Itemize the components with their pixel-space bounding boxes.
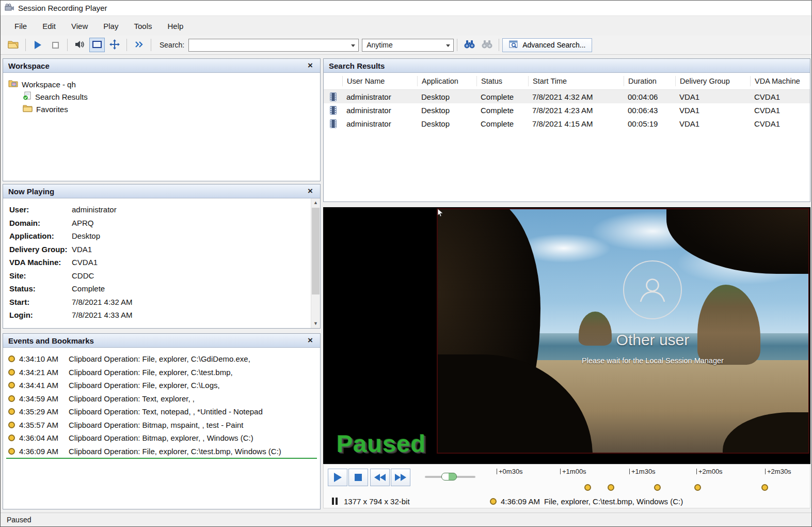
audio-button[interactable] [72, 38, 87, 52]
menu-file[interactable]: File [7, 18, 35, 34]
close-icon[interactable]: × [306, 187, 315, 196]
speed-slider[interactable] [425, 476, 475, 478]
fit-screen-button[interactable] [89, 38, 105, 52]
search-results-table: User Name Application Status Start Time … [324, 73, 810, 202]
now-playing-panel: Now Playing × User:administrator Domain:… [3, 184, 321, 329]
slider-thumb[interactable] [441, 473, 457, 481]
column-header[interactable]: Duration [624, 76, 675, 86]
current-event-text: File, explorer, C:\test.bmp, Windows (C:… [544, 497, 683, 506]
table-row[interactable]: administrator Desktop Complete 7/8/2021 … [324, 103, 810, 117]
titlebar: Session Recording Player [1, 1, 811, 16]
playback-status-row: 1377 x 794 x 32-bit 4:36:09 AM File, exp… [324, 494, 810, 508]
play-icon [35, 41, 41, 49]
chevron-down-icon[interactable] [446, 44, 450, 47]
timeline-tick[interactable]: +2m00s [696, 468, 723, 475]
event-dot-icon [8, 395, 15, 402]
move-icon [109, 39, 120, 51]
event-item[interactable]: 4:35:29 AMClipboard Operation: Text, not… [3, 405, 320, 419]
binoculars-disabled-icon [481, 40, 493, 50]
tree-item-workspace-root[interactable]: Workspace - qh [8, 78, 320, 90]
workspace-folder-icon [8, 80, 18, 89]
play-button[interactable] [30, 38, 45, 52]
now-playing-row: Application:Desktop [3, 229, 320, 243]
scroll-down-icon[interactable]: ▼ [311, 319, 320, 328]
column-header[interactable]: User Name [342, 76, 417, 86]
timeline-label: +2m00s [698, 468, 723, 475]
find-button[interactable] [461, 38, 477, 52]
column-header[interactable]: Status [476, 76, 528, 86]
field-value: CVDA1 [72, 258, 98, 267]
scrollbar-thumb[interactable] [312, 208, 320, 295]
timeline-event-dot[interactable] [761, 484, 768, 491]
close-icon[interactable]: × [306, 61, 315, 70]
event-item[interactable]: 4:34:21 AMClipboard Operation: File, exp… [3, 366, 320, 379]
timeline-label: +2m30s [767, 468, 791, 475]
event-text: Clipboard Operation: File, explorer, C:\… [69, 368, 233, 377]
field-label: Application: [3, 231, 72, 240]
tree-item-search-results[interactable]: Search Results [8, 90, 320, 103]
event-item[interactable]: 4:34:10 AMClipboard Operation: File, exp… [3, 352, 320, 366]
timeline-event-dot[interactable] [654, 484, 661, 491]
player-rewind-button[interactable] [370, 469, 390, 486]
fast-forward-icon [395, 474, 406, 481]
stop-button[interactable] [47, 38, 63, 52]
now-playing-panel-header: Now Playing × [3, 184, 320, 198]
player-stop-button[interactable] [348, 469, 368, 486]
event-item[interactable]: 4:36:04 AMClipboard Operation: Bitmap, e… [3, 431, 320, 445]
timeline-tick[interactable]: +0m30s [497, 468, 523, 475]
timeline-event-dot[interactable] [584, 484, 591, 491]
table-row[interactable]: administrator Desktop Complete 7/8/2021 … [324, 90, 810, 103]
menu-play[interactable]: Play [95, 18, 126, 34]
pause-indicator-icon [332, 498, 338, 505]
cell-duration: 00:06:43 [624, 106, 675, 115]
now-playing-body: User:administrator Domain:APRQ Applicati… [3, 198, 320, 328]
column-header[interactable]: Delivery Group [675, 76, 750, 86]
player-fast-forward-button[interactable] [391, 469, 410, 486]
event-item-active[interactable]: 4:36:09 AMClipboard Operation: File, exp… [3, 445, 320, 458]
now-playing-row: Domain:APRQ [3, 216, 320, 230]
session-wait-message: Please wait for the Local Session Manage… [582, 357, 724, 365]
cell-start-time: 7/8/2021 4:15 AM [528, 119, 624, 128]
find-next-button[interactable] [479, 38, 495, 52]
event-text: Clipboard Operation: Text, notepad, , *U… [69, 407, 263, 416]
timeline-event-dot[interactable] [608, 484, 614, 491]
chevron-down-icon[interactable] [351, 44, 355, 47]
search-results-panel: Search Results User Name Application Sta… [323, 58, 810, 202]
player-play-button[interactable] [328, 469, 347, 486]
column-header[interactable]: Application [417, 76, 476, 86]
more-tools-button[interactable] [131, 38, 147, 52]
scroll-up-icon[interactable]: ▲ [311, 198, 320, 207]
event-item[interactable]: 4:34:59 AMClipboard Operation: Text, exp… [3, 392, 320, 406]
menu-view[interactable]: View [63, 18, 95, 34]
menu-tools[interactable]: Tools [126, 18, 160, 34]
cell-delivery-group: VDA1 [675, 92, 750, 101]
event-item[interactable]: 4:35:57 AMClipboard Operation: Bitmap, m… [3, 419, 320, 432]
table-row[interactable]: administrator Desktop Complete 7/8/2021 … [324, 117, 810, 130]
event-item[interactable]: 4:34:41 AMClipboard Operation: File, exp… [3, 379, 320, 392]
event-time: 4:34:10 AM [19, 354, 65, 363]
time-filter-combobox[interactable]: Anytime [362, 39, 454, 52]
pan-button[interactable] [107, 38, 122, 52]
fit-screen-icon [92, 41, 102, 50]
search-input[interactable] [193, 41, 347, 49]
timeline-event-dot[interactable] [694, 484, 701, 491]
timeline-tick[interactable]: +1m30s [629, 468, 656, 475]
event-time: 4:36:09 AM [19, 447, 65, 456]
column-header[interactable]: Start Time [528, 76, 624, 86]
open-button[interactable] [6, 38, 21, 52]
close-icon[interactable]: × [306, 336, 315, 345]
cell-status: Complete [476, 106, 528, 115]
now-playing-row: Status:Complete [3, 282, 320, 296]
now-playing-scrollbar[interactable]: ▲ ▼ [311, 198, 320, 328]
advanced-search-button[interactable]: Advanced Search... [502, 38, 592, 52]
search-combobox[interactable] [188, 39, 359, 52]
field-label: User: [3, 205, 72, 214]
timeline-tick[interactable]: +2m30s [765, 468, 791, 475]
cell-duration: 00:05:19 [624, 119, 675, 128]
column-header[interactable]: VDA Machine [750, 76, 810, 86]
menu-help[interactable]: Help [160, 18, 192, 34]
tree-item-favorites[interactable]: Favorites [8, 103, 320, 115]
advanced-search-label: Advanced Search... [522, 41, 585, 49]
timeline-tick[interactable]: +1m00s [560, 468, 586, 475]
menu-edit[interactable]: Edit [35, 18, 63, 34]
